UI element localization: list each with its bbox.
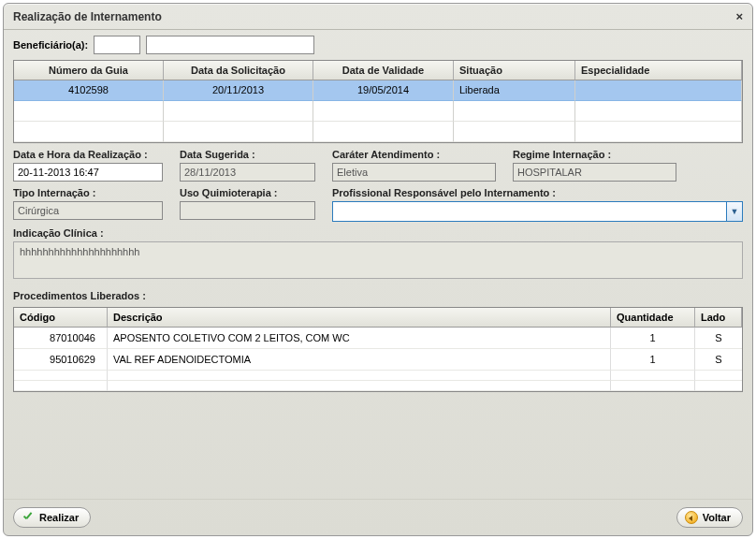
col-numero-guia[interactable]: Número da Guia [14, 61, 164, 80]
datahora-label: Data e Hora da Realização : [13, 149, 163, 160]
indic-label: Indicação Clínica : [13, 227, 743, 239]
guide-table-header: Número da Guia Data da Solicitação Data … [14, 61, 742, 80]
guide-table-body: 4102598 20/11/2013 19/05/2014 Liberada [14, 80, 742, 142]
proc-table-header: Código Descrição Quantidade Lado [14, 308, 742, 328]
dialog-realizacao-internamento: Realização de Internamento × Beneficiári… [3, 3, 753, 536]
voltar-button[interactable]: Voltar [676, 507, 743, 528]
close-icon[interactable]: × [735, 9, 743, 23]
quimio-input [180, 201, 315, 220]
cell-codigo: 87010046 [14, 328, 108, 349]
cell-qtd: 1 [611, 328, 695, 349]
cell-situacao: Liberada [454, 80, 575, 101]
indic-box: hhhhhhhhhhhhhhhhhhhhh [13, 241, 743, 279]
cell-solicitacao: 20/11/2013 [164, 80, 313, 101]
cell-especialidade [575, 80, 742, 101]
col-descricao[interactable]: Descrição [108, 308, 611, 328]
cell-descricao: APOSENTO COLETIVO COM 2 LEITOS, COM WC [108, 328, 611, 349]
dialog-content: Beneficiário(a): Número da Guia Data da … [4, 30, 752, 499]
col-codigo[interactable]: Código [14, 308, 108, 328]
beneficiario-code-input[interactable] [94, 36, 140, 54]
guide-row-empty[interactable] [14, 122, 742, 142]
footer: Realizar Voltar [4, 499, 752, 535]
titlebar: Realização de Internamento × [4, 4, 752, 30]
beneficiario-name-input[interactable] [146, 36, 314, 54]
carater-label: Caráter Atendimento : [332, 149, 496, 160]
check-icon [22, 511, 35, 524]
indicacao-col: Indicação Clínica : hhhhhhhhhhhhhhhhhhhh… [13, 227, 743, 279]
regime-input [513, 163, 676, 182]
datahora-input[interactable] [13, 163, 163, 182]
realizar-label: Realizar [39, 512, 79, 523]
cell-codigo: 95010629 [14, 349, 108, 371]
prof-combo[interactable]: ▼ [332, 201, 743, 222]
proc-row[interactable]: 95010629 VAL REF ADENOIDECTOMIA 1 S [14, 349, 742, 371]
col-data-validade[interactable]: Data de Validade [313, 61, 454, 80]
dialog-title: Realização de Internamento [13, 10, 162, 23]
back-icon [685, 511, 698, 524]
cell-lado: S [695, 328, 742, 349]
datasug-label: Data Sugerida : [180, 149, 315, 160]
proc-title: Procedimentos Liberados : [13, 290, 743, 301]
quimio-label: Uso Quimioterapia : [180, 187, 315, 198]
prof-label: Profissional Responsável pelo Internamen… [332, 187, 743, 198]
proc-row-empty[interactable] [14, 381, 742, 391]
proc-table-body: 87010046 APOSENTO COLETIVO COM 2 LEITOS,… [14, 328, 742, 391]
prof-input[interactable] [332, 201, 726, 222]
tipo-input [13, 201, 163, 220]
col-data-solicitacao[interactable]: Data da Solicitação [164, 61, 313, 80]
datasug-input [180, 163, 315, 182]
beneficiario-label: Beneficiário(a): [13, 39, 88, 51]
realizar-button[interactable]: Realizar [13, 507, 91, 528]
cell-lado: S [695, 349, 742, 371]
tipo-label: Tipo Internação : [13, 187, 163, 198]
col-lado[interactable]: Lado [695, 308, 742, 328]
proc-row[interactable]: 87010046 APOSENTO COLETIVO COM 2 LEITOS,… [14, 328, 742, 349]
col-quantidade[interactable]: Quantidade [611, 308, 695, 328]
beneficiario-row: Beneficiário(a): [13, 36, 743, 54]
cell-descricao: VAL REF ADENOIDECTOMIA [108, 349, 611, 371]
proc-row-empty[interactable] [14, 371, 742, 381]
cell-qtd: 1 [611, 349, 695, 371]
cell-validade: 19/05/2014 [313, 80, 454, 101]
guide-table: Número da Guia Data da Solicitação Data … [13, 60, 743, 143]
proc-table: Código Descrição Quantidade Lado 8701004… [13, 307, 743, 392]
cell-numero: 4102598 [14, 80, 164, 101]
col-situacao[interactable]: Situação [454, 61, 575, 80]
guide-row[interactable]: 4102598 20/11/2013 19/05/2014 Liberada [14, 80, 742, 101]
chevron-down-icon[interactable]: ▼ [726, 201, 743, 222]
col-especialidade[interactable]: Especialidade [575, 61, 742, 80]
carater-input [332, 163, 496, 182]
form-row-2: Tipo Internação : Uso Quimioterapia : Pr… [13, 187, 743, 222]
voltar-label: Voltar [703, 512, 731, 523]
regime-label: Regime Internação : [513, 149, 676, 160]
form-row-1: Data e Hora da Realização : Data Sugerid… [13, 149, 743, 182]
guide-row-empty[interactable] [14, 101, 742, 122]
